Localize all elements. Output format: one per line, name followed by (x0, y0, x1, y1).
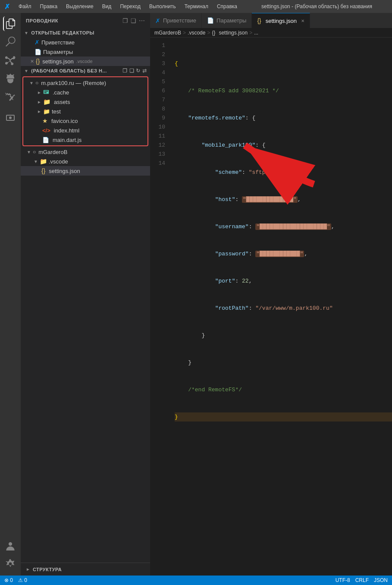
menu-selection[interactable]: Выделение (63, 3, 97, 10)
new-file-workspace-icon[interactable]: ❐ (122, 68, 127, 74)
editor-content: 1 2 3 4 5 6 7 8 9 10 11 12 13 14 { (150, 38, 392, 576)
editor-area: ✗ Приветствие 📄 Параметры {} settings.js… (150, 13, 392, 576)
code-line-8: "password": "████████████", (175, 249, 392, 258)
new-folder-icon[interactable]: ❏ (131, 17, 136, 24)
warnings-badge[interactable]: ⚠ 0 (18, 577, 27, 583)
cache-folder[interactable]: ► .cache (23, 88, 147, 97)
vscode-folder-icon: 📁 (40, 158, 47, 165)
favicon-file[interactable]: ★ favicon.ico (23, 116, 147, 126)
main-dart-label: main.dart.js (53, 137, 82, 143)
code-content: { /* RemoteFS add 30082021 */ "remotefs.… (169, 38, 392, 443)
vscode-folder-item[interactable]: ▼ 📁 .vscode (21, 157, 150, 166)
tab-parameters[interactable]: 📄 Параметры (202, 13, 252, 28)
parameters-label: Параметры (43, 49, 73, 55)
code-line-10: "rootPath": "/var/www/m.park100.ru" (175, 304, 392, 313)
code-line-9: "port": 22, (175, 277, 392, 286)
mgarderoB-folder[interactable]: ▼ ○ mGarderoB (21, 147, 150, 157)
tab-welcome[interactable]: ✗ Приветствие (150, 13, 202, 28)
sidebar-header-icons[interactable]: ❐ ❏ ⋯ (122, 17, 145, 24)
open-editor-welcome[interactable]: ✗ Приветствие (21, 38, 150, 47)
vscode-folder-name: .vscode (49, 158, 68, 165)
status-bar: ⊗ 0 ⚠ 0 UTF-8 CRLF JSON (0, 576, 392, 585)
open-editors-header[interactable]: ▼ ОТКРЫТЫЕ РЕДАКТОРЫ (21, 28, 150, 38)
settings-json-tree-item[interactable]: {} settings.json (21, 166, 150, 176)
activity-search[interactable] (3, 35, 18, 49)
tab-parameters-label: Параметры (216, 17, 246, 24)
open-editor-settings-json[interactable]: ✕ {} settings.json .vscode (21, 57, 150, 66)
mgarderoB-label: mGarderoB (38, 149, 67, 155)
refresh-icon[interactable]: ↻ (136, 68, 140, 74)
breadcrumb-ellipsis[interactable]: ... (254, 30, 258, 36)
close-icon[interactable]: ✕ (30, 59, 34, 64)
structure-label: СТРУКТУРА (33, 567, 62, 572)
test-folder[interactable]: ► 📁 test (23, 107, 147, 116)
assets-folder[interactable]: ► 📁 assets (23, 97, 147, 107)
tab-welcome-label: Приветствие (163, 17, 196, 24)
settings-json-tree-label: settings.json (49, 168, 80, 174)
tab-settings-json-label: settings.json (266, 18, 297, 24)
menu-help[interactable]: Справка (213, 3, 241, 10)
html-icon: </> (42, 127, 50, 134)
encoding-status[interactable]: UTF-8 (336, 577, 350, 583)
tab-json-icon: {} (257, 17, 261, 24)
remote-folder[interactable]: ▼ ○ m.park100.ru — (Remote) (23, 78, 147, 88)
menu-file[interactable]: Файл (15, 3, 35, 10)
code-line-4: "mobile_park100": { (175, 141, 392, 150)
menu-view[interactable]: Вид (99, 3, 115, 10)
tab-settings-json[interactable]: {} settings.json ✕ (252, 13, 310, 28)
code-line-1: { (175, 59, 392, 68)
menu-goto[interactable]: Переход (116, 3, 144, 10)
errors-badge[interactable]: ⊗ 0 (4, 577, 13, 583)
menu-edit[interactable]: Правка (37, 3, 61, 10)
open-editors-section: ▼ ОТКРЫТЫЕ РЕДАКТОРЫ ✗ Приветствие 📄 Пар… (21, 28, 150, 66)
open-editors-label: ОТКРЫТЫЕ РЕДАКТОРЫ (31, 30, 94, 35)
menu-run[interactable]: Выполнить (146, 3, 179, 10)
activity-settings[interactable] (3, 557, 18, 571)
breadcrumb-vscode[interactable]: .vscode (188, 30, 205, 36)
collapse-icon[interactable]: ⇄ (142, 68, 147, 74)
remote-folder-label: m.park100.ru — (Remote) (41, 80, 106, 86)
code-editor[interactable]: 1 2 3 4 5 6 7 8 9 10 11 12 13 14 { (150, 38, 392, 443)
main-dart-file[interactable]: 📄 main.dart.js (23, 135, 147, 145)
highlighted-files-group: ▼ ○ m.park100.ru — (Remote) ► .cache ► 📁 (22, 76, 148, 146)
cache-chevron-icon: ► (37, 90, 41, 95)
vscode-folder-chevron-icon: ▼ (34, 159, 38, 164)
index-html-file[interactable]: </> index.html (23, 126, 147, 135)
breadcrumb-mgarderoB[interactable]: mGarderoB (154, 30, 181, 36)
index-html-label: index.html (54, 127, 79, 134)
tab-close-icon[interactable]: ✕ (301, 19, 304, 23)
new-file-icon[interactable]: ❐ (122, 17, 128, 24)
breadcrumb-settings-json[interactable]: settings.json (219, 30, 248, 36)
assets-label: assets (54, 99, 70, 105)
activity-explorer[interactable] (3, 16, 18, 31)
sidebar-title: ПРОВОДНИК (26, 18, 58, 23)
settings-json-tree-icon: {} (41, 167, 45, 174)
structure-section[interactable]: ► СТРУКТУРА (21, 563, 150, 576)
code-line-5: "scheme": "sftp", (175, 168, 392, 177)
language-status[interactable]: JSON (374, 577, 388, 583)
line-ending-status[interactable]: CRLF (355, 577, 369, 583)
code-line-11: } (175, 331, 392, 340)
vscode-logo-icon: ✗ (4, 3, 10, 11)
new-folder-workspace-icon[interactable]: ❏ (129, 68, 134, 74)
breadcrumb-sep-1: > (183, 30, 186, 36)
more-options-icon[interactable]: ⋯ (139, 17, 145, 24)
mgarderoB-chevron-icon: ▼ (27, 150, 31, 154)
workspace-header[interactable]: ▼ (РАБОЧАЯ ОБЛАСТЬ) БЕЗ Н... ❐ ❏ ↻ ⇄ (21, 66, 150, 75)
activity-source-control[interactable] (3, 53, 18, 67)
code-line-2: /* RemoteFS add 30082021 */ (175, 86, 392, 95)
menu-terminal[interactable]: Терминал (181, 3, 212, 10)
activity-extensions[interactable] (3, 89, 18, 104)
code-line-12: } (175, 358, 392, 367)
menu-bar[interactable]: Файл Правка Выделение Вид Переход Выполн… (15, 3, 241, 10)
favicon-icon: ★ (42, 117, 48, 124)
test-label: test (52, 108, 61, 115)
status-right: UTF-8 CRLF JSON (336, 577, 388, 583)
code-line-13: /*end RemoteFS*/ (175, 385, 392, 394)
activity-debug[interactable] (3, 71, 18, 85)
workspace-chevron: ▼ (24, 69, 28, 73)
svg-rect-1 (44, 90, 49, 94)
activity-account[interactable] (3, 538, 18, 553)
activity-remote[interactable] (3, 110, 18, 125)
open-editor-parameters[interactable]: 📄 Параметры (21, 47, 150, 57)
